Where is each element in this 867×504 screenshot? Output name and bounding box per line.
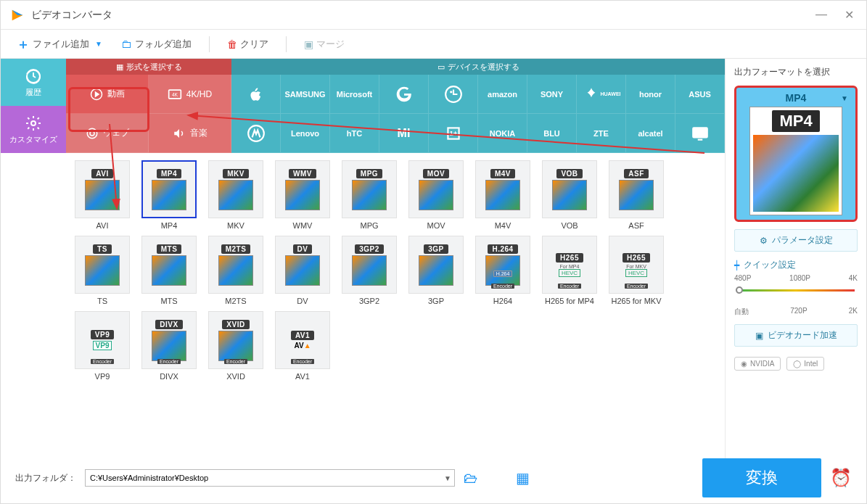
chevron-down-icon[interactable]: ▼	[95, 40, 102, 48]
brand-asus[interactable]: ASUS	[675, 75, 725, 114]
plus-icon: ┿	[734, 260, 739, 270]
schedule-icon[interactable]: ⏰	[830, 468, 852, 488]
preview-picture	[753, 135, 839, 212]
format-vob[interactable]: VOBVOB	[541, 160, 599, 230]
mode-web[interactable]: ウェブ	[66, 114, 149, 153]
format-wmv[interactable]: WMVWMV	[274, 160, 332, 230]
mode-audio[interactable]: 音楽	[149, 114, 231, 153]
sliders-icon: ⚙	[760, 236, 768, 246]
brand-apple[interactable]	[231, 75, 281, 114]
add-file-label: ファイル追加	[33, 38, 89, 51]
svg-text:4K: 4K	[172, 92, 178, 97]
format-ts[interactable]: TSTS	[73, 236, 131, 305]
brand-lenovo[interactable]: Lenovo	[281, 114, 330, 153]
brand-amazon[interactable]: amazon	[478, 75, 527, 114]
output-folder-path: C:¥Users¥Administrator¥Desktop	[90, 474, 208, 482]
title-bar: ビデオコンバータ — ✕	[1, 1, 866, 30]
format-h265-for-mkv[interactable]: H265For MKVHEVCEncoderH265 for MKV	[607, 236, 665, 305]
tab-select-device[interactable]: ▭ デバイスを選択する	[231, 59, 725, 75]
slider-handle[interactable]	[736, 286, 743, 294]
plus-icon: ＋	[17, 36, 30, 53]
history-button[interactable]: 履歴	[1, 59, 66, 106]
format-mov[interactable]: MOVMOV	[407, 160, 465, 230]
brand-nokia[interactable]: NOKIA	[478, 114, 527, 153]
brand-htc[interactable]: hTC	[330, 114, 379, 153]
brand-oneplus[interactable]: 1+	[429, 114, 478, 153]
svg-text:1+: 1+	[449, 129, 457, 137]
format-3gp2[interactable]: 3GP23GP2	[340, 236, 398, 305]
left-sidebar: 履歴 カスタマイズ	[1, 59, 66, 460]
brand-xiaomi[interactable]: MI	[379, 114, 429, 153]
output-format-title: 出力フォーマットを選択	[734, 66, 858, 78]
brand-microsoft[interactable]: Microsoft	[330, 75, 379, 114]
format-mp4[interactable]: MP4MP4	[140, 160, 198, 230]
brand-motorola[interactable]	[231, 114, 281, 153]
gpu-accel-button[interactable]: ▣ ビデオカード加速	[734, 324, 858, 347]
tick-1080p: 1080P	[789, 274, 810, 282]
brand-blu[interactable]: BLU	[527, 114, 577, 153]
browse-icon[interactable]: ▦	[516, 469, 530, 487]
brand-huawei[interactable]: HUAWEI	[577, 75, 626, 114]
brand-google[interactable]	[379, 75, 429, 114]
brand-honor[interactable]: honor	[626, 75, 675, 114]
format-h265-for-mp4[interactable]: H265For MP4HEVCEncoderH265 for MP4	[541, 236, 599, 305]
gpu-vendor-chips: ◉NVIDIA ◯Intel	[734, 357, 858, 371]
brand-sony[interactable]: SONY	[527, 75, 577, 114]
format-mpg[interactable]: MPGMPG	[340, 160, 398, 230]
output-folder-input[interactable]: C:¥Users¥Administrator¥Desktop ▼	[85, 469, 455, 487]
gpu-nvidia-chip[interactable]: ◉NVIDIA	[734, 357, 781, 371]
chevron-down-icon[interactable]: ▼	[841, 94, 848, 102]
tick-720p: 720P	[790, 307, 807, 317]
format-3gp[interactable]: 3GP3GP	[407, 236, 465, 305]
format-divx[interactable]: DIVXEncoderDIVX	[140, 311, 198, 381]
merge-icon: ▣	[304, 38, 313, 50]
preview-format-label: MP4	[786, 92, 807, 104]
mode-4k[interactable]: 4K 4K/HD	[149, 75, 231, 114]
merge-button[interactable]: ▣ マージ	[298, 35, 350, 54]
category-tabs: ▦ 形式を選択する ▭ デバイスを選択する	[66, 59, 725, 75]
parameter-settings-button[interactable]: ⚙ パラメータ設定	[734, 229, 858, 252]
minimize-icon[interactable]: —	[813, 8, 830, 22]
customize-button[interactable]: カスタマイズ	[1, 106, 66, 153]
format-dv[interactable]: DVDV	[274, 236, 332, 305]
brand-zte[interactable]: ZTE	[577, 114, 626, 153]
gpu-intel-chip[interactable]: ◯Intel	[786, 357, 824, 371]
brand-alcatel[interactable]: alcatel	[626, 114, 675, 153]
add-folder-button[interactable]: 🗀 フォルダ追加	[115, 35, 197, 54]
tick-480p: 480P	[734, 274, 751, 282]
format-vp9[interactable]: VP9VP9EncoderVP9	[73, 311, 131, 381]
clear-button[interactable]: 🗑 クリア	[221, 35, 274, 54]
bottom-bar: 出力フォルダ： C:¥Users¥Administrator¥Desktop ▼…	[15, 460, 852, 496]
svg-point-1	[31, 121, 36, 125]
format-av1[interactable]: AV1AV▲EncoderAV1	[274, 311, 332, 381]
mode-audio-label: 音楽	[190, 127, 207, 139]
mode-web-label: ウェブ	[103, 127, 129, 139]
convert-button[interactable]: 変換	[702, 458, 821, 497]
preview-thumbnail: MP4	[749, 107, 842, 215]
format-avi[interactable]: AVIAVI	[73, 160, 131, 230]
gpu-accel-label: ビデオカード加速	[768, 329, 837, 342]
format-asf[interactable]: ASFASF	[607, 160, 665, 230]
svg-point-4	[90, 131, 94, 136]
format-mkv[interactable]: MKVMKV	[207, 160, 265, 230]
add-file-button[interactable]: ＋ ファイル追加 ▼	[11, 33, 108, 56]
format-m2ts[interactable]: M2TSM2TS	[207, 236, 265, 305]
brand-lg[interactable]	[429, 75, 478, 114]
format-xvid[interactable]: XVIDEncoderXVID	[207, 311, 265, 381]
tick-4k: 4K	[849, 274, 858, 282]
format-grid-area: AVIAVIMP4MP4MKVMKVWMVWMVMPGMPGMOVMOVM4VM…	[66, 153, 725, 388]
close-icon[interactable]: ✕	[840, 8, 858, 22]
mode-video[interactable]: 動画	[66, 75, 149, 114]
tab-select-format[interactable]: ▦ 形式を選択する	[66, 59, 231, 75]
format-mts[interactable]: MTSMTS	[140, 236, 198, 305]
brand-samsung[interactable]: SAMSUNG	[281, 75, 330, 114]
brand-tv[interactable]	[675, 114, 725, 153]
right-panel: 出力フォーマットを選択 MP4 ▼ MP4 ⚙ パラメータ設定 ┿ クイック設定…	[725, 59, 866, 460]
open-folder-icon[interactable]: 🗁	[464, 470, 478, 487]
mode-and-brand-grid: 動画 ウェブ 4K 4K/HD 音楽 SAMSUNGMicrosoftama	[66, 75, 725, 153]
output-format-preview[interactable]: MP4 ▼ MP4	[734, 86, 858, 222]
format-m4v[interactable]: M4VM4V	[474, 160, 532, 230]
chevron-down-icon[interactable]: ▼	[444, 474, 451, 482]
format-h264[interactable]: H.264H.264EncoderH264	[474, 236, 532, 305]
quality-slider[interactable]	[734, 282, 858, 307]
